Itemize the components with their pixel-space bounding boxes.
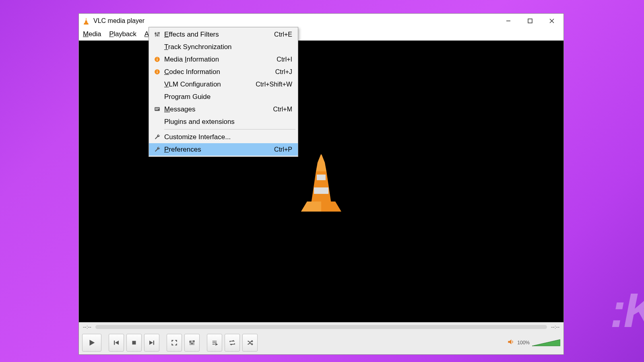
menu-item-media-information[interactable]: Media InformationCtrl+I <box>149 53 298 66</box>
menu-playback[interactable]: Playback <box>105 28 140 40</box>
svg-marker-14 <box>90 340 95 346</box>
menu-item-shortcut: Ctrl+Shift+W <box>256 81 292 88</box>
menu-item-preferences[interactable]: PreferencesCtrl+P <box>149 143 298 156</box>
menu-item-label: Messages <box>163 105 273 113</box>
menu-item-plugins-and-extensions[interactable]: Plugins and extensions <box>149 115 298 128</box>
menu-item-codec-information[interactable]: Codec InformationCtrl+J <box>149 66 298 78</box>
elapsed-time: --:-- <box>83 324 91 330</box>
remaining-time: --:-- <box>551 324 559 330</box>
svg-marker-31 <box>532 339 560 346</box>
menu-item-label: Track Synchronization <box>163 43 292 51</box>
menu-item-shortcut: Ctrl+P <box>274 146 292 153</box>
svg-rect-43 <box>157 70 157 70</box>
svg-rect-46 <box>155 109 158 110</box>
svg-rect-1 <box>85 19 87 20</box>
svg-rect-45 <box>155 108 159 109</box>
info-icon <box>151 68 163 75</box>
svg-marker-30 <box>508 339 512 344</box>
svg-point-23 <box>190 341 191 342</box>
svg-point-25 <box>193 341 194 342</box>
menu-item-shortcut: Ctrl+I <box>277 56 292 63</box>
close-button[interactable] <box>541 14 563 28</box>
seek-bar: --:-- --:-- <box>79 322 564 331</box>
menu-item-shortcut: Ctrl+M <box>273 106 292 113</box>
svg-rect-44 <box>155 107 160 111</box>
watermark: :K <box>610 282 644 338</box>
menu-item-effects-and-filters[interactable]: Effects and FiltersCtrl+E <box>149 28 298 41</box>
menu-item-label: Media Information <box>163 56 277 64</box>
next-button[interactable] <box>144 334 159 352</box>
svg-rect-4 <box>528 19 532 23</box>
svg-rect-17 <box>132 341 136 345</box>
svg-rect-10 <box>314 187 328 194</box>
svg-rect-39 <box>157 59 157 61</box>
menu-item-track-synchronization[interactable]: Track Synchronization <box>149 41 298 53</box>
svg-rect-18 <box>153 341 154 345</box>
volume-control[interactable]: 100% <box>507 338 560 348</box>
seek-track[interactable] <box>95 325 547 329</box>
svg-marker-8 <box>316 162 326 171</box>
svg-point-36 <box>157 35 158 36</box>
menu-item-shortcut: Ctrl+J <box>275 68 292 76</box>
menu-item-messages[interactable]: MessagesCtrl+M <box>149 103 298 115</box>
minimize-button[interactable] <box>497 14 519 28</box>
wrench-icon <box>151 134 163 140</box>
svg-point-24 <box>192 343 193 344</box>
menu-item-label: Preferences <box>163 146 274 154</box>
volume-percent: 100% <box>517 340 530 346</box>
tools-menu-dropdown: Effects and FiltersCtrl+ETrack Synchroni… <box>149 27 298 157</box>
vlc-logo-icon <box>287 147 355 216</box>
menu-item-label: VLM Configuration <box>163 80 256 88</box>
stop-button[interactable] <box>126 334 142 352</box>
play-button[interactable] <box>82 334 101 352</box>
svg-point-35 <box>155 33 156 34</box>
msg-icon <box>151 106 163 113</box>
titlebar: VLC media player <box>79 14 564 28</box>
menu-item-label: Codec Information <box>163 68 275 76</box>
menu-item-label: Customize Interface... <box>163 133 292 141</box>
menu-item-label: Effects and Filters <box>163 31 274 39</box>
svg-rect-40 <box>157 58 157 58</box>
menu-media[interactable]: Media <box>79 28 105 40</box>
speaker-icon <box>507 338 515 348</box>
info-icon <box>151 56 163 63</box>
previous-button[interactable] <box>109 334 124 352</box>
sliders-icon <box>151 31 163 38</box>
svg-marker-16 <box>115 341 119 345</box>
playlist-button[interactable] <box>207 334 222 352</box>
menu-separator <box>164 129 295 130</box>
menu-item-shortcut: Ctrl+E <box>274 31 292 38</box>
svg-marker-29 <box>216 343 217 345</box>
fullscreen-button[interactable] <box>167 334 182 352</box>
volume-slider[interactable] <box>532 339 560 347</box>
maximize-button[interactable] <box>519 14 541 28</box>
svg-rect-15 <box>114 341 115 345</box>
shuffle-button[interactable] <box>242 334 258 352</box>
menu-item-label: Program Guide <box>163 93 292 101</box>
menu-item-vlm-configuration[interactable]: VLM ConfigurationCtrl+Shift+W <box>149 78 298 90</box>
svg-rect-42 <box>157 71 157 73</box>
svg-point-37 <box>158 33 159 34</box>
menu-item-label: Plugins and extensions <box>163 118 292 126</box>
loop-button[interactable] <box>225 334 240 352</box>
playback-controls: 100% <box>79 331 564 354</box>
svg-marker-2 <box>84 23 89 25</box>
vlc-cone-icon <box>82 17 90 25</box>
extended-settings-button[interactable] <box>184 334 200 352</box>
svg-rect-9 <box>317 175 326 180</box>
menu-item-program-guide[interactable]: Program Guide <box>149 90 298 103</box>
svg-marker-11 <box>318 154 325 162</box>
svg-marker-13 <box>301 202 321 212</box>
app-title: VLC media player <box>93 17 144 25</box>
svg-marker-19 <box>149 341 153 345</box>
wrench-icon <box>151 146 163 153</box>
menu-item-customize-interface[interactable]: Customize Interface... <box>149 131 298 143</box>
